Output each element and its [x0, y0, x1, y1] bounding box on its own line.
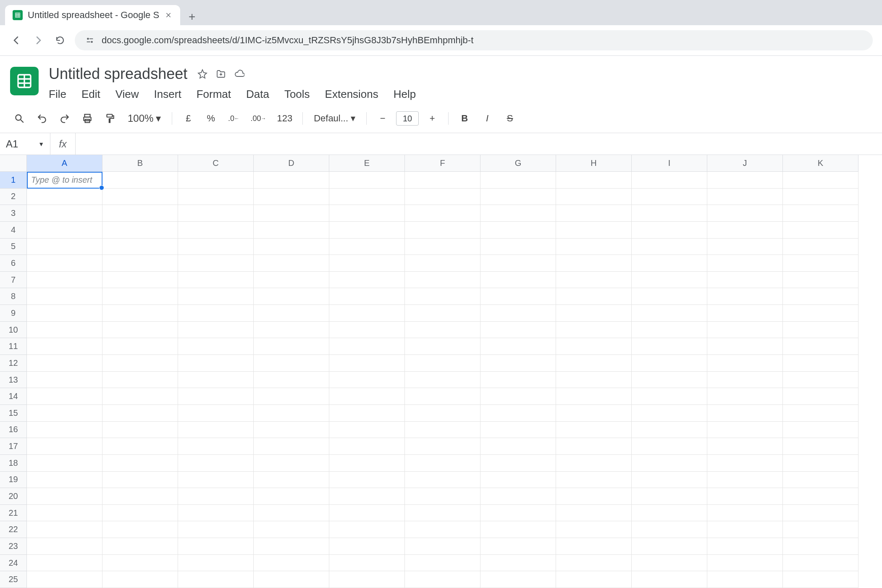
row-header[interactable]: 7: [0, 272, 27, 289]
tab-close-button[interactable]: [164, 11, 173, 19]
cell[interactable]: [405, 172, 480, 189]
cell[interactable]: [480, 338, 556, 355]
row-header[interactable]: 13: [0, 372, 27, 388]
font-size-increase-button[interactable]: +: [423, 109, 441, 128]
cell[interactable]: [556, 472, 632, 488]
cell[interactable]: [556, 322, 632, 339]
cell[interactable]: [329, 422, 405, 438]
row-header[interactable]: 6: [0, 255, 27, 272]
increase-decimal-button[interactable]: .00→: [247, 109, 269, 128]
row-header[interactable]: 12: [0, 355, 27, 372]
menu-file[interactable]: File: [47, 87, 68, 102]
cell[interactable]: [254, 322, 329, 339]
cell[interactable]: [329, 405, 405, 422]
name-box[interactable]: A1 ▼: [0, 133, 50, 155]
cell[interactable]: [556, 239, 632, 255]
cell[interactable]: [632, 505, 707, 522]
sheets-logo-icon[interactable]: [10, 67, 39, 95]
cell[interactable]: [556, 288, 632, 305]
column-header-k[interactable]: K: [783, 155, 858, 172]
cell[interactable]: [405, 355, 480, 372]
cell[interactable]: [254, 505, 329, 522]
cell[interactable]: [102, 571, 178, 588]
cell[interactable]: [556, 355, 632, 372]
address-bar[interactable]: docs.google.com/spreadsheets/d/1IMC-iz5M…: [75, 30, 873, 50]
column-header-a[interactable]: A: [27, 155, 102, 172]
cell[interactable]: [178, 571, 254, 588]
cell[interactable]: [707, 405, 783, 422]
cell[interactable]: [27, 255, 102, 272]
cell[interactable]: [480, 555, 556, 572]
cell[interactable]: [254, 305, 329, 322]
cell[interactable]: [102, 438, 178, 455]
cell[interactable]: [329, 388, 405, 405]
cell[interactable]: [254, 222, 329, 239]
cell[interactable]: [254, 205, 329, 222]
row-header[interactable]: 25: [0, 571, 27, 588]
row-header[interactable]: 3: [0, 205, 27, 222]
cell[interactable]: [254, 571, 329, 588]
cell[interactable]: [405, 222, 480, 239]
cell[interactable]: [27, 472, 102, 488]
menu-edit[interactable]: Edit: [80, 87, 102, 102]
cell[interactable]: [556, 372, 632, 388]
cell[interactable]: [254, 255, 329, 272]
cell[interactable]: [480, 455, 556, 472]
cell[interactable]: [254, 372, 329, 388]
formula-bar-input[interactable]: [76, 133, 882, 155]
star-icon[interactable]: [197, 68, 208, 80]
cell[interactable]: [254, 239, 329, 255]
cell[interactable]: [707, 205, 783, 222]
cell[interactable]: [254, 438, 329, 455]
cell[interactable]: [102, 455, 178, 472]
cell[interactable]: [329, 455, 405, 472]
cell[interactable]: [27, 455, 102, 472]
column-header-j[interactable]: J: [707, 155, 783, 172]
cell[interactable]: [632, 288, 707, 305]
cell[interactable]: [254, 189, 329, 205]
cell[interactable]: [707, 422, 783, 438]
cloud-status-icon[interactable]: [234, 68, 245, 80]
cell[interactable]: [254, 488, 329, 505]
cell[interactable]: [632, 338, 707, 355]
row-header[interactable]: 8: [0, 288, 27, 305]
font-size-decrease-button[interactable]: −: [373, 109, 392, 128]
new-tab-button[interactable]: +: [184, 8, 200, 25]
cell[interactable]: [102, 521, 178, 538]
cell[interactable]: [556, 189, 632, 205]
cell[interactable]: [27, 322, 102, 339]
cell[interactable]: [707, 571, 783, 588]
strikethrough-button[interactable]: S: [501, 109, 519, 128]
row-header[interactable]: 10: [0, 322, 27, 339]
cell[interactable]: [329, 438, 405, 455]
cell[interactable]: [329, 255, 405, 272]
cell[interactable]: [102, 222, 178, 239]
cell[interactable]: [632, 455, 707, 472]
cell[interactable]: [556, 438, 632, 455]
cell[interactable]: [707, 189, 783, 205]
cell[interactable]: [27, 222, 102, 239]
search-menus-button[interactable]: [10, 109, 29, 128]
cell[interactable]: [707, 272, 783, 289]
cell[interactable]: [329, 205, 405, 222]
cell[interactable]: [178, 338, 254, 355]
cell[interactable]: [178, 355, 254, 372]
cell[interactable]: [329, 571, 405, 588]
cell[interactable]: [329, 172, 405, 189]
cell[interactable]: [102, 555, 178, 572]
menu-extensions[interactable]: Extensions: [323, 87, 380, 102]
row-header[interactable]: 11: [0, 338, 27, 355]
cell[interactable]: [480, 222, 556, 239]
cell[interactable]: [178, 555, 254, 572]
row-header[interactable]: 23: [0, 538, 27, 555]
browser-tab[interactable]: Untitled spreadsheet - Google S: [5, 5, 180, 25]
cell[interactable]: [480, 288, 556, 305]
cell[interactable]: [405, 422, 480, 438]
cell[interactable]: [556, 505, 632, 522]
cell[interactable]: [405, 255, 480, 272]
cell[interactable]: [405, 205, 480, 222]
column-header-g[interactable]: G: [480, 155, 556, 172]
column-header-d[interactable]: D: [254, 155, 329, 172]
row-header[interactable]: 5: [0, 239, 27, 255]
cell[interactable]: [178, 205, 254, 222]
